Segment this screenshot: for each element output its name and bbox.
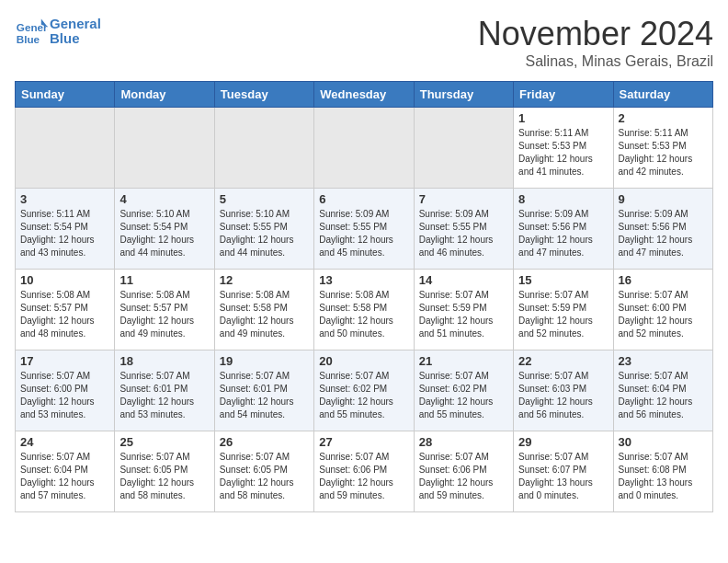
col-header-friday: Friday [514,82,613,108]
svg-text:Blue: Blue [17,33,40,45]
day-number: 22 [518,354,608,368]
col-header-sunday: Sunday [16,82,115,108]
day-info: Sunrise: 5:07 AM Sunset: 6:02 PM Dayligh… [419,370,508,421]
day-number: 10 [20,273,109,287]
day-number: 13 [319,273,408,287]
calendar-cell: 1Sunrise: 5:11 AM Sunset: 5:53 PM Daylig… [514,108,613,189]
day-number: 14 [419,273,508,287]
day-number: 3 [20,192,109,206]
day-number: 18 [119,354,209,368]
day-info: Sunrise: 5:07 AM Sunset: 6:05 PM Dayligh… [119,451,209,502]
calendar-cell: 10Sunrise: 5:08 AM Sunset: 5:57 PM Dayli… [16,270,115,350]
calendar-cell: 20Sunrise: 5:07 AM Sunset: 6:02 PM Dayli… [314,350,414,431]
location-subtitle: Salinas, Minas Gerais, Brazil [478,53,713,70]
day-number: 27 [319,435,408,449]
calendar-cell: 6Sunrise: 5:09 AM Sunset: 5:55 PM Daylig… [314,189,414,270]
logo-line1: General [50,17,101,32]
day-number: 30 [619,435,708,449]
day-info: Sunrise: 5:08 AM Sunset: 5:58 PM Dayligh… [220,289,309,340]
day-info: Sunrise: 5:07 AM Sunset: 6:05 PM Dayligh… [220,451,309,502]
day-info: Sunrise: 5:10 AM Sunset: 5:54 PM Dayligh… [119,208,209,259]
day-info: Sunrise: 5:08 AM Sunset: 5:58 PM Dayligh… [319,289,408,340]
calendar-cell: 8Sunrise: 5:09 AM Sunset: 5:56 PM Daylig… [514,189,613,270]
day-info: Sunrise: 5:07 AM Sunset: 6:07 PM Dayligh… [518,451,608,502]
calendar-cell: 27Sunrise: 5:07 AM Sunset: 6:06 PM Dayli… [314,431,414,512]
week-row-1: 1Sunrise: 5:11 AM Sunset: 5:53 PM Daylig… [16,108,713,189]
day-info: Sunrise: 5:07 AM Sunset: 6:02 PM Dayligh… [319,370,408,421]
calendar-cell: 9Sunrise: 5:09 AM Sunset: 5:56 PM Daylig… [613,189,712,270]
day-number: 5 [220,192,309,206]
calendar-cell: 24Sunrise: 5:07 AM Sunset: 6:04 PM Dayli… [16,431,115,512]
day-number: 8 [518,192,608,206]
calendar-cell [214,108,313,189]
calendar-cell: 22Sunrise: 5:07 AM Sunset: 6:03 PM Dayli… [514,350,613,431]
day-info: Sunrise: 5:09 AM Sunset: 5:55 PM Dayligh… [319,208,408,259]
day-number: 28 [419,435,508,449]
calendar-cell: 30Sunrise: 5:07 AM Sunset: 6:08 PM Dayli… [613,431,712,512]
col-header-thursday: Thursday [414,82,513,108]
week-row-2: 3Sunrise: 5:11 AM Sunset: 5:54 PM Daylig… [16,189,713,270]
header-row: SundayMondayTuesdayWednesdayThursdayFrid… [16,82,713,108]
calendar-cell: 11Sunrise: 5:08 AM Sunset: 5:57 PM Dayli… [115,270,214,350]
day-number: 15 [518,273,608,287]
calendar-cell: 15Sunrise: 5:07 AM Sunset: 5:59 PM Dayli… [514,270,613,350]
calendar-cell: 19Sunrise: 5:07 AM Sunset: 6:01 PM Dayli… [214,350,313,431]
calendar-cell: 26Sunrise: 5:07 AM Sunset: 6:05 PM Dayli… [214,431,313,512]
day-info: Sunrise: 5:09 AM Sunset: 5:55 PM Dayligh… [419,208,508,259]
day-info: Sunrise: 5:11 AM Sunset: 5:53 PM Dayligh… [518,127,608,178]
day-number: 16 [619,273,708,287]
day-number: 11 [119,273,209,287]
calendar-cell: 16Sunrise: 5:07 AM Sunset: 6:00 PM Dayli… [613,270,712,350]
calendar-cell [314,108,414,189]
calendar-cell: 17Sunrise: 5:07 AM Sunset: 6:00 PM Dayli… [16,350,115,431]
day-info: Sunrise: 5:07 AM Sunset: 6:00 PM Dayligh… [20,370,109,421]
day-number: 25 [119,435,209,449]
day-info: Sunrise: 5:07 AM Sunset: 6:01 PM Dayligh… [220,370,309,421]
calendar-cell: 21Sunrise: 5:07 AM Sunset: 6:02 PM Dayli… [414,350,513,431]
calendar-cell: 25Sunrise: 5:07 AM Sunset: 6:05 PM Dayli… [115,431,214,512]
calendar-cell: 3Sunrise: 5:11 AM Sunset: 5:54 PM Daylig… [16,189,115,270]
day-number: 21 [419,354,508,368]
day-number: 2 [619,111,708,125]
day-number: 20 [319,354,408,368]
day-number: 4 [119,192,209,206]
calendar-cell: 23Sunrise: 5:07 AM Sunset: 6:04 PM Dayli… [613,350,712,431]
week-row-4: 17Sunrise: 5:07 AM Sunset: 6:00 PM Dayli… [16,350,713,431]
day-info: Sunrise: 5:11 AM Sunset: 5:53 PM Dayligh… [619,127,708,178]
calendar-cell [414,108,513,189]
day-info: Sunrise: 5:07 AM Sunset: 6:01 PM Dayligh… [119,370,209,421]
day-number: 24 [20,435,109,449]
day-info: Sunrise: 5:11 AM Sunset: 5:54 PM Dayligh… [20,208,109,259]
month-title: November 2024 [478,15,713,53]
day-info: Sunrise: 5:09 AM Sunset: 5:56 PM Dayligh… [619,208,708,259]
calendar-cell: 12Sunrise: 5:08 AM Sunset: 5:58 PM Dayli… [214,270,313,350]
day-number: 7 [419,192,508,206]
col-header-monday: Monday [115,82,214,108]
calendar-cell: 13Sunrise: 5:08 AM Sunset: 5:58 PM Dayli… [314,270,414,350]
calendar-cell: 7Sunrise: 5:09 AM Sunset: 5:55 PM Daylig… [414,189,513,270]
calendar-cell [16,108,115,189]
calendar-cell: 29Sunrise: 5:07 AM Sunset: 6:07 PM Dayli… [514,431,613,512]
title-block: November 2024 Salinas, Minas Gerais, Bra… [478,15,713,70]
day-info: Sunrise: 5:07 AM Sunset: 6:04 PM Dayligh… [619,370,708,421]
calendar-table: SundayMondayTuesdayWednesdayThursdayFrid… [15,81,713,512]
day-number: 1 [518,111,608,125]
day-info: Sunrise: 5:10 AM Sunset: 5:55 PM Dayligh… [220,208,309,259]
calendar-cell: 4Sunrise: 5:10 AM Sunset: 5:54 PM Daylig… [115,189,214,270]
day-info: Sunrise: 5:07 AM Sunset: 6:04 PM Dayligh… [20,451,109,502]
calendar-cell: 14Sunrise: 5:07 AM Sunset: 5:59 PM Dayli… [414,270,513,350]
col-header-saturday: Saturday [613,82,712,108]
logo: General Blue General Blue [15,15,101,48]
col-header-tuesday: Tuesday [214,82,313,108]
day-info: Sunrise: 5:08 AM Sunset: 5:57 PM Dayligh… [119,289,209,340]
day-info: Sunrise: 5:07 AM Sunset: 6:06 PM Dayligh… [319,451,408,502]
week-row-3: 10Sunrise: 5:08 AM Sunset: 5:57 PM Dayli… [16,270,713,350]
day-number: 26 [220,435,309,449]
day-number: 23 [619,354,708,368]
day-info: Sunrise: 5:07 AM Sunset: 6:08 PM Dayligh… [619,451,708,502]
day-number: 9 [619,192,708,206]
col-header-wednesday: Wednesday [314,82,414,108]
day-number: 19 [220,354,309,368]
day-info: Sunrise: 5:07 AM Sunset: 5:59 PM Dayligh… [419,289,508,340]
calendar-cell: 28Sunrise: 5:07 AM Sunset: 6:06 PM Dayli… [414,431,513,512]
